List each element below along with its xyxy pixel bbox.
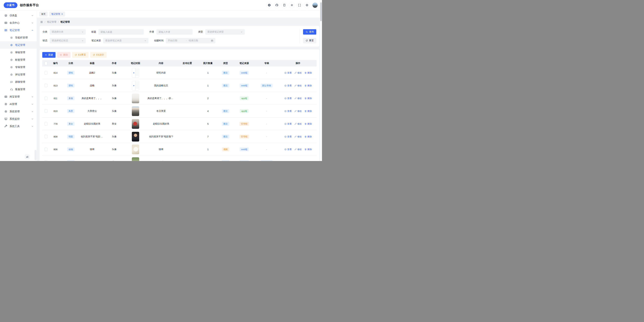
es-clear-button[interactable]: ES清空 (90, 52, 107, 58)
note-cover-image[interactable] (132, 157, 139, 161)
row-checkbox[interactable] (44, 71, 47, 75)
sidebar-item[interactable]: 系统管理 (0, 108, 37, 115)
new-button[interactable]: 新建 (42, 52, 56, 58)
view-link[interactable]: 查看 (284, 135, 292, 138)
delete-link[interactable]: 删除 (304, 148, 312, 151)
note-cover-image[interactable] (132, 106, 139, 116)
row-checkbox[interactable] (44, 160, 47, 161)
reset-button[interactable]: 重置 (303, 38, 316, 43)
github-button[interactable] (274, 2, 280, 8)
cell-content: 猫咪 (147, 148, 176, 151)
note-cover-image[interactable] (132, 132, 139, 142)
docs-button[interactable] (281, 2, 287, 8)
view-link[interactable]: 查看 (284, 84, 292, 87)
status-badge: - (266, 148, 267, 151)
note-cover-image[interactable] (132, 81, 139, 91)
edit-link[interactable]: 修改 (294, 161, 302, 161)
delete-link[interactable]: 删除 (304, 110, 312, 113)
app-logo[interactable]: 小蓝书 (4, 2, 18, 8)
view-link[interactable]: 查看 (284, 110, 292, 113)
sidebar-item[interactable]: 系统监控 (0, 115, 37, 123)
view-link[interactable]: 查看 (284, 71, 292, 74)
cell-author: 头像 (104, 135, 124, 138)
type-select[interactable]: 请选择笔记类型 (205, 29, 245, 35)
sidebar-item[interactable]: 评论管理 (0, 71, 37, 78)
note-cover-image[interactable] (132, 68, 139, 78)
close-icon[interactable] (61, 13, 63, 15)
edit-link[interactable]: 修改 (294, 148, 302, 151)
sidebar-item[interactable]: 导航栏管理 (0, 34, 37, 41)
cell-ops: 查看 修改 删除 (280, 110, 317, 113)
tab[interactable]: 笔记管理 (49, 12, 65, 17)
edit-link[interactable]: 修改 (294, 84, 302, 87)
cell-count: 1 (199, 84, 217, 87)
view-link[interactable]: 查看 (284, 122, 292, 125)
view-link[interactable]: 查看 (284, 97, 292, 100)
view-link[interactable]: 查看 (284, 161, 292, 161)
chevron-down-icon (82, 31, 84, 33)
breadcrumb-item[interactable]: 笔记管理 (47, 21, 56, 24)
sidebar-item[interactable]: 系统工具 (0, 123, 37, 130)
select-all-checkbox[interactable] (44, 62, 47, 65)
delete-link[interactable]: 删除 (304, 71, 312, 74)
edit-link[interactable]: 修改 (294, 97, 302, 100)
gitee-button[interactable] (266, 2, 272, 8)
es-reset-button[interactable]: ES重置 (72, 52, 88, 58)
row-checkbox[interactable] (44, 135, 47, 138)
cell-cover (124, 94, 147, 103)
note-cover-image[interactable] (132, 145, 139, 154)
delete-link[interactable]: 删除 (304, 84, 312, 87)
row-checkbox[interactable] (44, 122, 47, 126)
search-button[interactable]: 查询 (303, 29, 316, 35)
sidebar-item[interactable]: 会员中心 (0, 19, 37, 27)
row-checkbox[interactable] (44, 84, 47, 87)
status-badge: app端 (240, 109, 249, 113)
row-checkbox[interactable] (44, 109, 47, 113)
delete-link[interactable]: 删除 (304, 161, 312, 161)
sidebar-item[interactable]: 笔记管理 (0, 27, 37, 34)
author-label: 作者 (150, 30, 154, 34)
delete-link[interactable]: 删除 (304, 135, 312, 138)
sidebar-item[interactable]: 笔记管理 (0, 41, 37, 49)
fullscreen-button[interactable] (296, 2, 302, 8)
grid-icon[interactable] (40, 21, 43, 23)
created-daterange[interactable]: 开始日期 - 结束日期 (166, 38, 215, 43)
sidebar-item[interactable]: 闲宝管理 (0, 93, 37, 100)
edit-link[interactable]: 修改 (294, 110, 302, 113)
theme-toggle-button[interactable] (289, 2, 295, 8)
delete-button[interactable]: 删除 (57, 52, 70, 58)
sidebar-item[interactable]: AI管理 (0, 100, 37, 108)
sidebar-item[interactable]: 审核管理 (0, 49, 37, 56)
sidebar-scrollbar-thumb[interactable] (34, 150, 36, 160)
title-input[interactable] (98, 29, 144, 35)
sidebar-item[interactable]: 专辑管理 (0, 64, 37, 71)
sidebar-item[interactable]: 客服管理 (0, 86, 37, 93)
edit-link[interactable]: 修改 (294, 122, 302, 125)
sidebar-collapse-button[interactable] (25, 154, 30, 159)
select-placeholder: 请选择分类 (52, 30, 64, 34)
tab[interactable]: 首页 (39, 12, 48, 17)
user-avatar[interactable] (312, 3, 318, 8)
sidebar-item[interactable]: 仪表盘 (0, 12, 37, 19)
page-scrollbar[interactable] (320, 0, 322, 161)
settings-button[interactable] (304, 2, 310, 8)
delete-link[interactable]: 删除 (304, 122, 312, 125)
category-select[interactable]: 请选择分类 (50, 29, 86, 35)
source-select[interactable]: 请选择笔记来源 (103, 38, 148, 43)
view-link[interactable]: 查看 (284, 148, 292, 151)
edit-link[interactable]: 修改 (294, 71, 302, 74)
row-checkbox[interactable] (44, 148, 47, 151)
sidebar-item-icon (10, 81, 13, 83)
cell-content: 他到底算不算“电影脸”? (147, 135, 176, 138)
author-input[interactable] (156, 29, 192, 35)
page-scrollbar-thumb[interactable] (320, 2, 322, 21)
delete-link[interactable]: 删除 (304, 97, 312, 100)
sidebar-item[interactable]: 标签管理 (0, 56, 37, 64)
row-checkbox[interactable] (44, 97, 47, 100)
note-cover-image[interactable] (132, 94, 139, 103)
status-badge: app端 (240, 96, 249, 100)
status-select[interactable]: 请选择笔记状态 (50, 38, 86, 43)
note-cover-image[interactable] (132, 119, 139, 129)
edit-link[interactable]: 修改 (294, 135, 302, 138)
sidebar-item[interactable]: 群聊管理 (0, 78, 37, 86)
